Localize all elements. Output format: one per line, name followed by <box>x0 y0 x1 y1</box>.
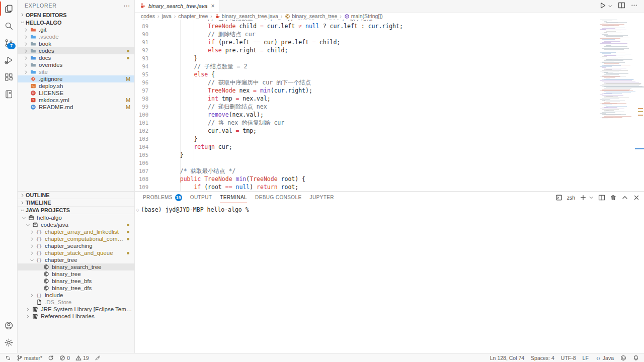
shell-label[interactable]: zsh <box>567 195 575 201</box>
tree-item-chapter_stack_and_queue[interactable]: {}chapter_stack_and_queue <box>18 249 134 256</box>
status-warnings[interactable]: 19 <box>75 355 89 361</box>
status-java-lightweight-mode[interactable] <box>95 355 101 361</box>
code-line-91[interactable]: 91 if (pre.left == cur) pre.left = child… <box>135 38 589 46</box>
code-line-98[interactable]: 98 int tmp = nex.val; <box>135 95 589 103</box>
new-terminal-button[interactable] <box>580 194 587 201</box>
maximize-panel-button[interactable] <box>621 194 628 201</box>
tree-item-site[interactable]: site <box>18 68 134 75</box>
outline-section[interactable]: OUTLINE <box>18 192 134 199</box>
tree-item-overrides[interactable]: overrides <box>18 61 134 68</box>
breadcrumb-item[interactable]: binary_search_tree.java <box>215 13 278 19</box>
minimap[interactable] <box>599 20 644 123</box>
tree-item-.vscode[interactable]: .vscode <box>18 33 134 40</box>
run-dropdown[interactable] <box>608 2 613 11</box>
tree-item-codes[interactable]: codes <box>18 47 134 54</box>
root-folder-section[interactable]: HELLO-ALGO <box>18 19 134 26</box>
run-button[interactable] <box>599 2 606 11</box>
terminal[interactable]: ○ (base) jyd@JYD-MBP hello-algo % <box>135 203 644 353</box>
tree-item-codes-java[interactable]: codes/java <box>18 221 134 228</box>
tree-item-license[interactable]: ©LICENSE <box>18 89 134 97</box>
code-line-93[interactable]: 93 } <box>135 54 589 62</box>
timeline-section[interactable]: TIMELINE <box>18 199 134 207</box>
panel-tab-output[interactable]: OUTPUT <box>190 192 212 203</box>
code-line-89[interactable]: 89 TreeNode child = cur.left ≠ null ? cu… <box>135 22 589 30</box>
tree-item-chapter_computational_complexity[interactable]: {}chapter_computational_complexity <box>18 235 134 242</box>
panel-tab-problems[interactable]: PROBLEMS19 <box>143 192 182 203</box>
code-line-96[interactable]: 96 // 获取中序遍历中 cur 的下一个结点 <box>135 78 589 86</box>
status-language-mode[interactable]: {}Java <box>595 355 614 361</box>
tree-item-referenced-libraries[interactable]: Referenced Libraries <box>18 313 134 320</box>
activity-search[interactable] <box>0 17 17 34</box>
code-line-108[interactable]: 108 public TreeNode min(TreeNode root) { <box>135 175 589 183</box>
views-and-more-actions-icon[interactable]: ⋯ <box>123 2 130 10</box>
tree-item-.ds_store[interactable]: .DS_Store <box>18 299 134 306</box>
tree-item-binary_tree_bfs[interactable]: binary_tree_bfs <box>18 278 134 285</box>
tree-item-hello-algo[interactable]: hello-algo <box>18 214 134 221</box>
activity-settings[interactable] <box>0 334 17 351</box>
breadcrumb-item[interactable]: binary_search_tree <box>285 13 337 19</box>
tree-item-mkdocs.yml[interactable]: Ymkdocs.ymlM <box>18 97 134 104</box>
tree-item-docs[interactable]: docs <box>18 54 134 61</box>
code-line-94[interactable]: 94 // 子结点数量 = 2 <box>135 62 589 70</box>
tree-item-binary_tree_dfs[interactable]: binary_tree_dfs <box>18 285 134 292</box>
status-indentation[interactable]: Spaces: 4 <box>531 355 554 361</box>
activity-account[interactable] <box>0 317 17 334</box>
code-line-99[interactable]: 99 // 递归删除结点 nex <box>135 103 589 111</box>
tab-binary-search-tree[interactable]: binary_search_tree.java × <box>135 0 219 12</box>
code-line-104[interactable]: 104 return cur; <box>135 143 589 151</box>
kill-terminal-button[interactable] <box>610 194 617 201</box>
tree-item-deploy.sh[interactable]: deploy.sh <box>18 82 134 89</box>
tree-item-chapter_array_and_linkedlist[interactable]: {}chapter_array_and_linkedlist <box>18 228 134 235</box>
tree-item-book[interactable]: book <box>18 40 134 47</box>
breadcrumb-item[interactable]: main(String[]) <box>344 13 383 19</box>
more-actions-button[interactable] <box>630 2 638 11</box>
panel-tab-debug-console[interactable]: DEBUG CONSOLE <box>255 192 301 203</box>
tree-item-jre-system-library-eclipse-temurin-17-17...[interactable]: JRE System Library [Eclipse Temurin 17 [… <box>18 306 134 313</box>
code-line-105[interactable]: 105 } <box>135 151 589 159</box>
open-editors-section[interactable]: OPEN EDITORS <box>18 11 134 19</box>
terminal-dropdown[interactable] <box>589 195 594 200</box>
code-line-107[interactable]: 107 /* 获取最小结点 */ <box>135 167 589 175</box>
split-terminal-button[interactable] <box>598 194 605 201</box>
close-panel-button[interactable] <box>633 194 640 201</box>
status-encoding[interactable]: UTF-8 <box>561 355 576 361</box>
tree-item-include[interactable]: {}include <box>18 292 134 299</box>
status-feedback[interactable] <box>620 355 626 361</box>
tree-item-.gitignore[interactable]: .gitignoreM <box>18 75 134 82</box>
status-git-branch[interactable]: master* <box>17 355 42 361</box>
tree-item-chapter_searching[interactable]: {}chapter_searching <box>18 242 134 249</box>
activity-run-and-debug[interactable] <box>0 51 17 68</box>
tab-close-icon[interactable]: × <box>211 3 214 10</box>
code-editor[interactable]: 88 // 当子结点数量 = 0 / 1 时, child = null / 该… <box>135 20 644 191</box>
panel-tab-jupyter[interactable]: JUPYTER <box>310 192 334 203</box>
code-line-92[interactable]: 92 else pre.right = child; <box>135 46 589 54</box>
code-line-102[interactable]: 102 cur.val = tmp; <box>135 127 589 135</box>
code-line-90[interactable]: 90 // 删除结点 cur <box>135 30 589 38</box>
breadcrumb-item[interactable]: chapter_tree <box>178 13 208 19</box>
code-line-103[interactable]: 103 } <box>135 135 589 143</box>
code-line-95[interactable]: 95 else { <box>135 70 589 78</box>
panel-tab-terminal[interactable]: TERMINAL <box>220 192 247 203</box>
code-line-100[interactable]: 100 remove(nex.val); <box>135 111 589 119</box>
code-line-101[interactable]: 101 // 将 nex 的值复制给 cur <box>135 119 589 127</box>
tree-item-binary_search_tree[interactable]: binary_search_tree <box>18 263 134 270</box>
activity-explorer[interactable] <box>0 0 17 17</box>
code-line-97[interactable]: 97 TreeNode nex = min(cur.right); <box>135 86 589 95</box>
breadcrumb-item[interactable]: codes <box>141 13 155 19</box>
split-editor-button[interactable] <box>618 2 625 11</box>
status-cursor-position[interactable]: Ln 128, Col 74 <box>490 355 524 361</box>
tree-item-.git[interactable]: .git <box>18 26 134 33</box>
tree-item-chapter_tree[interactable]: {}chapter_tree <box>18 256 134 263</box>
code-line-109[interactable]: 109 if (root == null) return root; <box>135 183 589 191</box>
activity-source-control[interactable]: 7 <box>0 34 17 51</box>
activity-extensions[interactable] <box>0 68 17 85</box>
status-errors[interactable]: 0 <box>59 355 70 361</box>
tree-item-readme.md[interactable]: MREADME.mdM <box>18 104 134 111</box>
java-projects-section[interactable]: JAVA PROJECTS <box>18 207 134 214</box>
activity-notebook[interactable] <box>0 85 17 103</box>
breadcrumb-item[interactable]: java <box>162 13 172 19</box>
status-sync[interactable] <box>48 355 54 361</box>
tree-item-binary_tree[interactable]: binary_tree <box>18 270 134 278</box>
status-eol[interactable]: LF <box>583 355 589 361</box>
status-remote[interactable] <box>5 355 11 361</box>
